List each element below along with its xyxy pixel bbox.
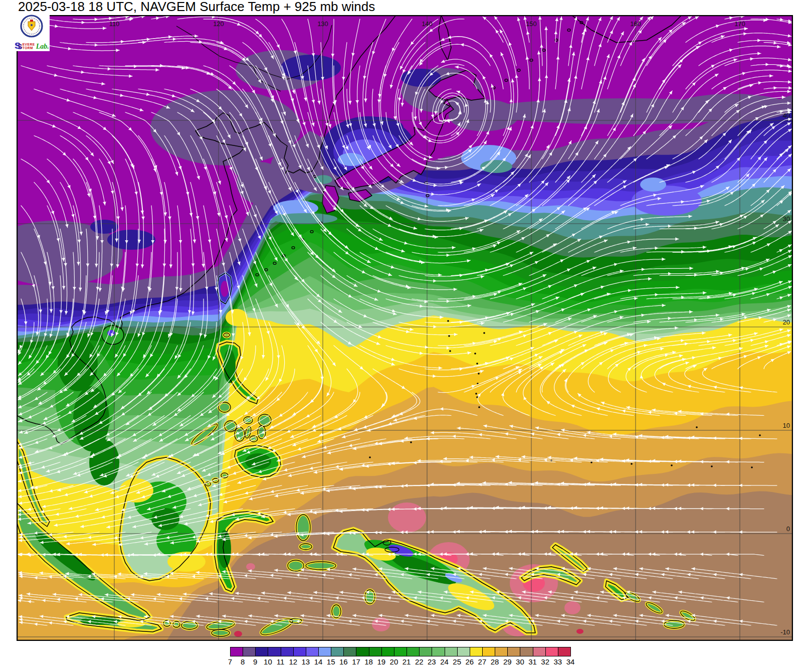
colorbar-tick-label: 33 — [554, 657, 562, 666]
colorbar-cell — [457, 647, 470, 656]
colorbar-cell — [243, 647, 256, 656]
colorbar-tick-label: 7 — [228, 657, 232, 666]
temperature-colorbar: 7891011121314151617181920212223242526272… — [230, 647, 572, 668]
colorbar-cell — [306, 647, 319, 656]
colorbar-tick-label: 31 — [528, 657, 537, 666]
colorbar-tick-label: 15 — [327, 657, 335, 666]
colorbar-tick-label: 25 — [453, 657, 461, 666]
colorbar-tick-label: 20 — [390, 657, 398, 666]
colorbar-cell — [482, 647, 495, 656]
colorbar-tick-label: 34 — [566, 657, 575, 666]
colorbar-tick-label: 11 — [277, 657, 285, 666]
weather-map-page: 2025-03-18 18 UTC, NAVGEM Surface Temp +… — [0, 0, 802, 672]
colorbar-cell — [507, 647, 520, 656]
colorbar-cell — [230, 647, 243, 656]
colorbar-tick-label: 28 — [491, 657, 499, 666]
colorbar-tick-label: 23 — [428, 657, 436, 666]
lat-label: 20 — [783, 318, 790, 326]
logo-letter-s2: S — [17, 43, 22, 50]
lon-label: 130 — [317, 20, 328, 28]
colorbar-tick-label: 17 — [352, 657, 360, 666]
severe-storm-lab-logo: S S EVERE TORM Lab. — [14, 14, 50, 51]
colorbar-cell — [545, 647, 558, 656]
colorbar-cell — [331, 647, 344, 656]
colorbar-tick-label: 29 — [503, 657, 512, 666]
colorbar-cell — [533, 647, 546, 656]
colorbar-tick-label: 30 — [516, 657, 524, 666]
colorbar-cell — [268, 647, 281, 656]
colorbar-cell — [394, 647, 407, 656]
colorbar-cell — [381, 647, 394, 656]
colorbar-cell — [470, 647, 483, 656]
lon-label: 170 — [734, 20, 745, 28]
lat-label: 30 — [783, 215, 790, 223]
lon-label: 110 — [109, 20, 120, 28]
colorbar-cell — [318, 647, 331, 656]
colorbar-tick-label: 22 — [415, 657, 424, 666]
lat-label: 40 — [783, 112, 790, 119]
lon-label: 120 — [213, 20, 224, 28]
colorbar-tick-label: 13 — [302, 657, 310, 666]
colorbar-cell — [343, 647, 356, 656]
colorbar-tick-label: 8 — [241, 657, 245, 666]
colorbar-tick-label: 10 — [264, 657, 272, 666]
colorbar-tick-label: 9 — [253, 657, 257, 666]
colorbar-tick-label: 19 — [377, 657, 385, 666]
lon-label: 160 — [630, 20, 641, 28]
colorbar-tick-label: 27 — [478, 657, 487, 666]
laboratory-seal-icon — [20, 15, 43, 38]
lat-label: 10 — [783, 422, 790, 429]
colorbar-tick-label: 18 — [364, 657, 373, 666]
colorbar-tick-label: 26 — [465, 657, 474, 666]
colorbar-cell — [369, 647, 382, 656]
page-title: 2025-03-18 18 UTC, NAVGEM Surface Temp +… — [18, 0, 375, 15]
colorbar-cell — [558, 647, 571, 656]
weather-map: 110120130140150160170403020100-10 — [17, 15, 793, 641]
lon-label: 150 — [526, 20, 537, 28]
lon-label: 140 — [422, 20, 433, 28]
colorbar-cell — [407, 647, 420, 656]
colorbar-cell — [419, 647, 432, 656]
colorbar-cell — [495, 647, 508, 656]
colorbar-cell — [445, 647, 458, 656]
colorbar-cell — [520, 647, 533, 656]
colorbar-cell — [255, 647, 268, 656]
lat-label: -10 — [780, 628, 790, 636]
colorbar-cell — [356, 647, 369, 656]
colorbar-tick-label: 24 — [440, 657, 449, 666]
colorbar-tick-label: 16 — [339, 657, 348, 666]
logo-wordmark: S S EVERE TORM Lab. — [15, 42, 49, 50]
colorbar-cell — [293, 647, 306, 656]
lat-label: 0 — [786, 525, 790, 533]
colorbar-cell — [281, 647, 294, 656]
logo-lab: Lab. — [36, 43, 49, 50]
colorbar-tick-label: 14 — [314, 657, 323, 666]
colorbar-cell — [432, 647, 445, 656]
logo-storm: TORM — [23, 47, 35, 50]
colorbar-tick-label: 12 — [289, 657, 297, 666]
colorbar-tick-label: 21 — [403, 657, 411, 666]
colorbar-tick-label: 32 — [541, 657, 549, 666]
